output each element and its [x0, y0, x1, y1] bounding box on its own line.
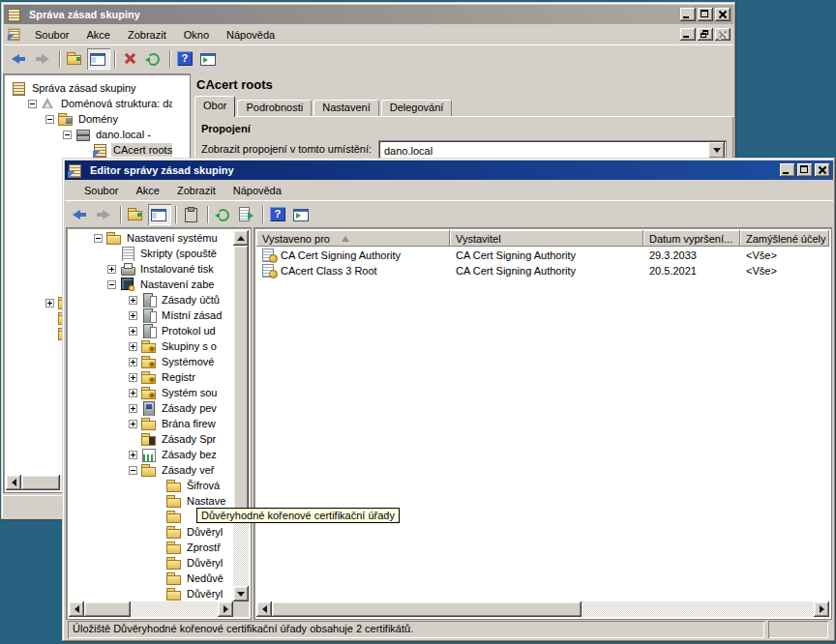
tree-item[interactable]: Šifrová — [69, 478, 233, 493]
collapse-icon[interactable] — [45, 115, 54, 124]
minimize-button[interactable] — [680, 8, 696, 21]
tree-item[interactable]: Důvěryl — [69, 586, 233, 601]
up-one-level-button[interactable] — [64, 48, 87, 70]
menu-napoveda[interactable]: Nápověda — [219, 26, 283, 44]
tree-item-forest[interactable]: Doménová struktura: dano.lo — [6, 96, 172, 111]
forward-button[interactable] — [32, 48, 55, 70]
scroll-left-button[interactable] — [256, 601, 272, 617]
tree-item[interactable]: Zprostř — [69, 540, 233, 555]
menu-soubor[interactable]: Soubor — [76, 182, 126, 199]
tree-item[interactable]: Důvěryl — [69, 555, 233, 571]
scrollbar-thumb[interactable] — [233, 246, 249, 512]
gpedit-titlebar[interactable]: Editor správy zásad skupiny — [65, 161, 833, 180]
tree-item[interactable]: Nastavení systému — [69, 230, 233, 246]
table-row[interactable]: CAcert Class 3 Root CA Cert Signing Auth… — [256, 263, 829, 278]
show-console-tree-button[interactable] — [87, 48, 110, 70]
scroll-down-button[interactable] — [233, 586, 249, 601]
menu-napoveda[interactable]: Nápověda — [225, 182, 289, 199]
menu-zobrazit[interactable]: Zobrazit — [120, 26, 174, 44]
tree-item[interactable]: Brána firew — [69, 416, 233, 431]
tab-obor[interactable]: Obor — [194, 96, 235, 117]
scroll-right-button[interactable] — [814, 601, 829, 617]
tree-item-cacert-roots[interactable]: CAcert roots — [6, 142, 172, 158]
expand-icon[interactable] — [129, 327, 137, 336]
tree-item[interactable]: Registr — [69, 369, 233, 385]
expand-icon[interactable] — [129, 358, 137, 366]
chevron-down-icon[interactable] — [708, 142, 725, 159]
table-row[interactable]: CA Cert Signing Authority CA Cert Signin… — [256, 248, 829, 263]
back-button[interactable] — [70, 204, 93, 225]
mdi-minimize-button[interactable] — [680, 28, 696, 41]
back-button[interactable] — [9, 48, 32, 70]
mdi-restore-button[interactable] — [698, 28, 713, 41]
help-button[interactable] — [174, 48, 197, 70]
gpmc-titlebar[interactable]: Správa zásad skupiny — [4, 5, 733, 24]
new-window-button[interactable] — [197, 48, 221, 70]
maximize-button[interactable] — [797, 163, 813, 177]
vertical-scrollbar[interactable] — [233, 230, 249, 601]
forward-button[interactable] — [93, 204, 116, 225]
scrollbar-thumb[interactable] — [272, 601, 582, 617]
tree-item[interactable]: Systémové — [69, 354, 233, 369]
expand-icon[interactable] — [45, 299, 54, 307]
tree-item[interactable]: Instalované tisk — [69, 261, 233, 277]
tab-delegovani[interactable]: Delegování — [381, 100, 453, 117]
refresh-button[interactable] — [142, 48, 165, 70]
tab-podrobnosti[interactable]: Podrobnosti — [237, 100, 312, 117]
expand-icon[interactable] — [129, 451, 137, 459]
menu-okno[interactable]: Okno — [176, 26, 217, 44]
tree-item[interactable]: Zásady účtů — [69, 292, 233, 307]
menu-soubor[interactable]: Soubor — [27, 26, 76, 44]
help-button[interactable] — [267, 204, 290, 225]
delete-button[interactable] — [119, 48, 142, 70]
menu-akce[interactable]: Akce — [78, 26, 117, 44]
expand-icon[interactable] — [129, 420, 137, 428]
collapse-icon[interactable] — [63, 131, 72, 139]
expand-icon[interactable] — [129, 404, 137, 413]
expand-icon[interactable] — [129, 342, 137, 351]
tree-item[interactable]: Zásady veř — [69, 462, 233, 478]
scroll-left-button[interactable] — [69, 601, 84, 617]
minimize-button[interactable] — [780, 163, 795, 177]
up-one-level-button[interactable] — [125, 204, 148, 225]
expand-icon[interactable] — [107, 265, 116, 274]
horizontal-scrollbar[interactable] — [69, 601, 233, 617]
tree-item[interactable]: Nedůvě — [69, 571, 233, 586]
column-header-issued-to[interactable]: Vystaveno pro — [256, 230, 450, 247]
expand-icon[interactable] — [129, 311, 137, 320]
new-window-button[interactable] — [290, 204, 314, 225]
expand-icon[interactable] — [129, 296, 137, 305]
refresh-button[interactable] — [212, 204, 235, 225]
tree-item-gpmc-root[interactable]: Správa zásad skupiny — [6, 80, 172, 96]
tree-item[interactable]: Nastavení zabe — [69, 277, 233, 292]
tree-item[interactable]: Systém sou — [69, 385, 233, 400]
tree-item-domain[interactable]: dano.local - — [6, 127, 172, 142]
scroll-left-button[interactable] — [6, 475, 21, 490]
export-list-button[interactable] — [235, 204, 258, 225]
column-header-expiration[interactable]: Datum vypršení... — [643, 230, 740, 247]
scroll-right-button[interactable] — [218, 601, 233, 617]
paste-button[interactable] — [180, 204, 203, 225]
tree-item[interactable]: Důvěryl — [69, 524, 233, 540]
collapse-icon[interactable] — [94, 234, 103, 243]
collapse-icon[interactable] — [129, 466, 137, 475]
scrollbar-thumb[interactable] — [21, 475, 60, 490]
tree-item[interactable]: Protokol ud — [69, 323, 233, 338]
scrollbar-thumb[interactable] — [84, 601, 131, 617]
tree-item[interactable]: Zásady pev — [69, 400, 233, 416]
tree-item[interactable]: Zásady Spr — [69, 431, 233, 447]
expand-icon[interactable] — [129, 373, 137, 382]
column-header-issued-by[interactable]: Vystavitel — [450, 230, 643, 247]
tree-item[interactable]: Nastave — [69, 493, 233, 509]
maximize-button[interactable] — [698, 8, 713, 21]
tree-item[interactable]: Skripty (spouště — [69, 246, 233, 261]
collapse-icon[interactable] — [28, 100, 37, 108]
tab-nastaveni[interactable]: Nastavení — [314, 100, 379, 117]
tree-item[interactable]: Skupiny s o — [69, 338, 233, 354]
menu-akce[interactable]: Akce — [128, 182, 166, 199]
close-button[interactable] — [715, 8, 731, 21]
show-console-tree-button[interactable] — [148, 204, 171, 225]
horizontal-scrollbar[interactable] — [256, 601, 829, 617]
tree-item[interactable]: Místní zásad — [69, 307, 233, 323]
scroll-up-button[interactable] — [233, 230, 249, 246]
